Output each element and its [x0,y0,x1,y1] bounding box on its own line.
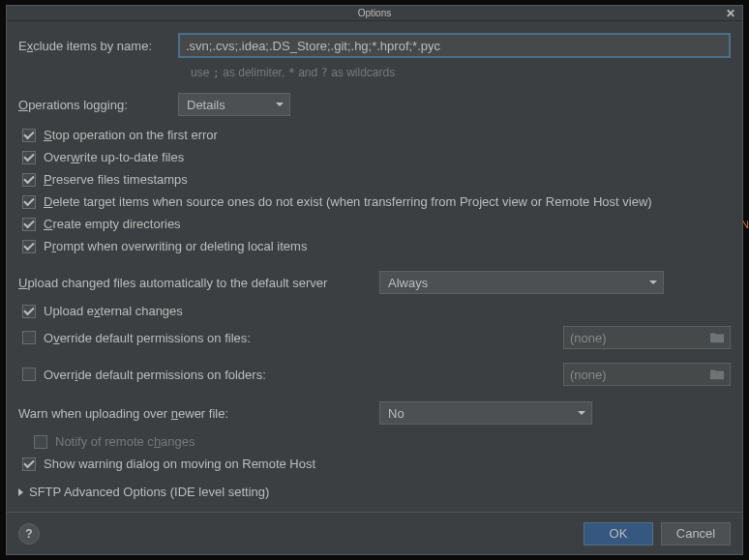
ops-logging-select[interactable]: Details [178,93,290,116]
chevron-down-icon [649,280,657,284]
cb-notify-label: Notify of remote changes [55,434,195,449]
checkbox-icon[interactable] [22,129,36,142]
ok-button[interactable]: OK [584,522,653,545]
cancel-button[interactable]: Cancel [661,522,731,545]
chevron-down-icon [276,103,284,106]
exclude-input[interactable] [178,33,731,58]
checkbox-icon[interactable] [22,173,36,187]
perm-folders-input[interactable]: (none) [563,363,731,386]
cb-preserve-row[interactable]: Preserve files timestamps [18,168,731,191]
warn-value: No [388,406,404,421]
exclude-label: Exclude items by name: [18,39,178,53]
close-icon[interactable]: ✕ [723,6,738,21]
upload-select[interactable]: Always [379,271,664,294]
exclude-hint: use ; as delimiter, * and ? as wildcards [191,66,731,79]
sftp-advanced-label: SFTP Advanced Options (IDE level setting… [29,485,269,499]
folder-icon[interactable] [710,369,724,380]
checkbox-icon[interactable] [22,151,36,164]
cb-perm-files-row: Override default permissions on files: (… [18,322,731,353]
bottom-bar: ? OK Cancel [7,512,742,554]
checkbox-icon[interactable] [22,240,36,253]
warn-row: Warn when uploading over newer file: No [18,396,731,430]
cb-external-label: Upload external changes [44,304,183,318]
ops-logging-value: Details [187,98,225,112]
cb-external-row[interactable]: Upload external changes [18,300,731,322]
checkbox-icon[interactable] [22,457,36,471]
cb-delete-row[interactable]: Delete target items when source ones do … [18,191,731,213]
chevron-right-icon [18,488,23,496]
checkbox-icon[interactable] [22,195,36,209]
checkbox-icon[interactable] [22,368,36,381]
cb-preserve-label: Preserve files timestamps [44,172,188,187]
checkbox-icon[interactable] [22,331,36,344]
titlebar: Options ✕ [7,6,742,21]
checkbox-icon[interactable] [22,305,36,318]
cb-notify-row: Notify of remote changes [18,430,731,453]
cb-delete-label: Delete target items when source ones do … [44,194,652,209]
options-dialog: Options ✕ Exclude items by name: use ; a… [6,5,743,555]
perm-files-value: (none) [570,331,607,345]
cb-perm-files-label: Override default permissions on files: [44,331,461,345]
checkbox-icon[interactable] [22,218,36,231]
cb-overwrite-row[interactable]: Overwrite up-to-date files [18,146,731,168]
warn-label: Warn when uploading over newer file: [18,406,379,421]
cb-perm-folders-label: Override default permissions on folders: [44,368,478,382]
cb-create-row[interactable]: Create empty directories [18,213,731,235]
dialog-content: Exclude items by name: use ; as delimite… [7,21,742,505]
help-icon: ? [25,527,32,541]
upload-label: Upload changed files automatically to th… [18,276,379,290]
exclude-row: Exclude items by name: [18,33,731,58]
cb-perm-folders-row: Override default permissions on folders:… [18,359,731,390]
ops-logging-row: Operations logging: Details [18,93,731,116]
cb-showwarn-row[interactable]: Show warning dialog on moving on Remote … [18,453,731,475]
dialog-title: Options [358,8,391,18]
upload-value: Always [388,276,428,290]
cb-overwrite-label: Overwrite up-to-date files [44,150,184,164]
checkbox-icon [34,435,47,449]
folder-icon[interactable] [710,333,724,343]
upload-row: Upload changed files automatically to th… [18,265,731,300]
cb-create-label: Create empty directories [44,217,181,231]
help-button[interactable]: ? [18,523,40,545]
warn-select[interactable]: No [379,401,592,425]
cb-showwarn-label: Show warning dialog on moving on Remote … [44,457,315,471]
ops-logging-label: Operations logging: [18,98,178,112]
sftp-advanced-expander[interactable]: SFTP Advanced Options (IDE level setting… [18,475,731,505]
cb-stop-row[interactable]: Stop operation on the first error [18,124,731,146]
perm-files-input[interactable]: (none) [563,326,731,349]
chevron-down-icon [578,411,585,415]
cb-prompt-label: Prompt when overwriting or deleting loca… [44,239,307,253]
perm-folders-value: (none) [570,368,607,382]
cb-prompt-row[interactable]: Prompt when overwriting or deleting loca… [18,235,731,257]
cb-stop-label: Stop operation on the first error [44,128,218,142]
